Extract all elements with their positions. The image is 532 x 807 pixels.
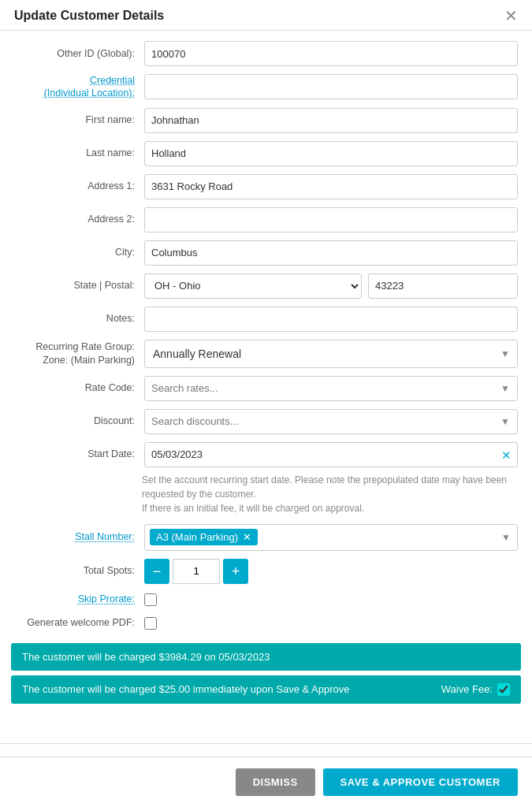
waive-fee-label: Waive Fee: (441, 683, 493, 695)
info-banner-text: The customer will be charged $3984.29 on… (22, 651, 270, 663)
recurring-rate-select[interactable]: Annually RenewalMonthly RenewalQuarterly… (144, 340, 518, 368)
notes-row: Notes: (0, 303, 532, 336)
first-name-label: First name: (14, 113, 144, 126)
other-id-row: Other ID (Global): (0, 37, 532, 70)
stall-tag-text: A3 (Main Parking) (156, 531, 238, 543)
address1-row: Address 1: (0, 170, 532, 203)
rate-code-label: Rate Code: (14, 381, 144, 394)
chevron-down-icon: ▼ (501, 532, 511, 543)
skip-prorate-row: Skip Prorate: (0, 588, 532, 612)
address2-row: Address 2: (0, 203, 532, 236)
address2-label: Address 2: (14, 213, 144, 225)
credential-input[interactable] (144, 74, 518, 99)
skip-prorate-checkbox[interactable] (144, 593, 157, 606)
update-customer-modal: Update Customer Details ✕ Other ID (Glob… (0, 0, 532, 807)
rate-code-wrapper: ▼ (144, 376, 518, 401)
generate-pdf-checkbox[interactable] (144, 617, 157, 630)
recurring-rate-row: Recurring Rate Group: Zone: (Main Parkin… (0, 336, 532, 372)
state-postal-label: State | Postal: (14, 279, 144, 292)
address2-input[interactable] (144, 207, 518, 232)
modal-body: Other ID (Global): Credential (Individua… (0, 31, 532, 743)
modal-footer: DISMISS SAVE & APPROVE CUSTOMER (0, 743, 532, 807)
postal-input[interactable] (368, 273, 518, 299)
recurring-label: Recurring Rate Group: Zone: (Main Parkin… (14, 340, 144, 366)
fee-banner: The customer will be charged $25.00 imme… (11, 675, 521, 704)
address1-input[interactable] (144, 174, 518, 199)
start-date-label: Start Date: (14, 448, 144, 460)
first-name-row: First name: (0, 104, 532, 137)
save-approve-button[interactable]: SAVE & APPROVE CUSTOMER (323, 768, 518, 796)
dismiss-button[interactable]: DISMISS (236, 768, 315, 796)
state-select[interactable]: OH - OhioAL - AlabamaAK - AlaskaAZ - Ari… (144, 273, 362, 299)
modal-title: Update Customer Details (14, 9, 164, 23)
stall-number-label: Stall Number: (14, 530, 144, 543)
rate-code-row: Rate Code: ▼ (0, 372, 532, 405)
last-name-row: Last name: (0, 137, 532, 170)
spots-decrement-button[interactable]: − (144, 559, 169, 584)
discount-label: Discount: (14, 415, 144, 427)
waive-fee-section: Waive Fee: (441, 683, 510, 696)
clear-date-icon[interactable]: ✕ (501, 448, 512, 460)
spots-increment-button[interactable]: + (223, 559, 248, 584)
info-banner: The customer will be charged $3984.29 on… (11, 643, 521, 671)
stall-tag: A3 (Main Parking) ✕ (150, 529, 258, 545)
stall-tag-remove-icon[interactable]: ✕ (243, 531, 251, 543)
discount-row: Discount: ▼ (0, 405, 532, 438)
recurring-select-wrapper: Annually RenewalMonthly RenewalQuarterly… (144, 340, 518, 368)
last-name-label: Last name: (14, 147, 144, 159)
other-id-label: Other ID (Global): (14, 47, 144, 60)
close-button[interactable]: ✕ (504, 8, 518, 24)
fee-banner-text: The customer will be charged $25.00 imme… (22, 683, 350, 695)
generate-pdf-label: Generate welcome PDF: (14, 616, 144, 629)
start-date-wrapper: ✕ (144, 442, 518, 467)
rate-code-input[interactable] (144, 376, 518, 401)
stall-number-row: Stall Number: A3 (Main Parking) ✕ ▼ (0, 520, 532, 555)
discount-input[interactable] (144, 409, 518, 434)
start-date-row: Start Date: ✕ (0, 438, 532, 471)
discount-wrapper: ▼ (144, 409, 518, 434)
start-date-input[interactable] (144, 442, 518, 467)
credential-label: Credential (Individual Location): (14, 74, 144, 100)
credential-row: Credential (Individual Location): (0, 70, 532, 104)
spots-control: − + (144, 559, 248, 584)
total-spots-label: Total Spots: (14, 564, 144, 577)
skip-prorate-label: Skip Prorate: (14, 593, 144, 605)
total-spots-row: Total Spots: − + (0, 555, 532, 588)
first-name-input[interactable] (144, 108, 518, 133)
modal-header: Update Customer Details ✕ (0, 0, 532, 31)
generate-pdf-row: Generate welcome PDF: (0, 612, 532, 635)
other-id-input[interactable] (144, 41, 518, 66)
notes-input[interactable] (144, 307, 518, 332)
state-postal-row: State | Postal: OH - OhioAL - AlabamaAK … (0, 270, 532, 303)
start-date-hint: Set the account recurring start date. Pl… (0, 471, 532, 520)
notes-label: Notes: (14, 312, 144, 325)
stall-select-wrapper[interactable]: A3 (Main Parking) ✕ ▼ (144, 524, 518, 551)
address1-label: Address 1: (14, 180, 144, 192)
city-input[interactable] (144, 240, 518, 266)
spots-input[interactable] (173, 559, 220, 584)
city-label: City: (14, 246, 144, 258)
waive-fee-checkbox[interactable] (497, 683, 510, 696)
city-row: City: (0, 236, 532, 270)
last-name-input[interactable] (144, 141, 518, 166)
